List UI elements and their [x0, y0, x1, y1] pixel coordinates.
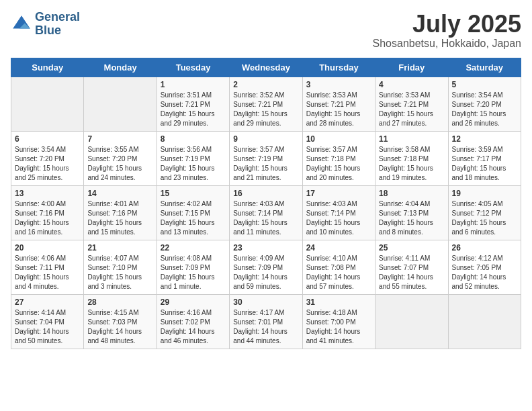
logo: General Blue	[11, 11, 80, 38]
daylight-text: Daylight: 14 hours and 52 minutes.	[452, 273, 517, 291]
calendar-cell: 20Sunrise: 4:06 AMSunset: 7:11 PMDayligh…	[11, 240, 84, 294]
calendar-cell: 23Sunrise: 4:09 AMSunset: 7:09 PMDayligh…	[230, 240, 302, 294]
cell-content: Sunrise: 4:07 AMSunset: 7:10 PMDaylight:…	[87, 254, 152, 291]
daylight-text: Daylight: 15 hours and 19 minutes.	[379, 164, 444, 183]
calendar-body: 1Sunrise: 3:51 AMSunset: 7:21 PMDaylight…	[11, 77, 521, 349]
cell-content: Sunrise: 4:14 AMSunset: 7:04 PMDaylight:…	[15, 308, 80, 346]
weekday-header-monday: Monday	[84, 58, 157, 77]
sunrise-text: Sunrise: 3:53 AM	[379, 91, 444, 100]
cell-content: Sunrise: 3:59 AMSunset: 7:17 PMDaylight:…	[452, 145, 517, 183]
day-number: 17	[306, 189, 371, 198]
cell-content: Sunrise: 4:06 AMSunset: 7:11 PMDaylight:…	[15, 254, 80, 291]
daylight-text: Daylight: 15 hours and 23 minutes.	[161, 164, 226, 183]
sunset-text: Sunset: 7:21 PM	[379, 100, 444, 109]
calendar-cell: 16Sunrise: 4:03 AMSunset: 7:14 PMDayligh…	[230, 185, 302, 240]
calendar-header: SundayMondayTuesdayWednesdayThursdayFrid…	[11, 58, 521, 77]
daylight-text: Daylight: 14 hours and 46 minutes.	[161, 327, 226, 346]
calendar-cell: 11Sunrise: 3:58 AMSunset: 7:18 PMDayligh…	[375, 131, 448, 185]
day-number: 10	[306, 134, 371, 144]
sunrise-text: Sunrise: 4:12 AM	[452, 254, 517, 263]
calendar-table: SundayMondayTuesdayWednesdayThursdayFrid…	[11, 58, 521, 349]
calendar-cell: 29Sunrise: 4:16 AMSunset: 7:02 PMDayligh…	[157, 294, 229, 349]
daylight-text: Daylight: 15 hours and 27 minutes.	[379, 109, 444, 128]
calendar-cell	[11, 77, 84, 131]
daylight-text: Daylight: 14 hours and 50 minutes.	[15, 327, 80, 346]
cell-content: Sunrise: 4:08 AMSunset: 7:09 PMDaylight:…	[161, 254, 226, 291]
cell-content: Sunrise: 3:54 AMSunset: 7:20 PMDaylight:…	[452, 91, 517, 128]
sunset-text: Sunset: 7:12 PM	[452, 209, 517, 218]
sunset-text: Sunset: 7:17 PM	[452, 154, 517, 164]
daylight-text: Daylight: 15 hours and 20 minutes.	[306, 164, 371, 183]
daylight-text: Daylight: 14 hours and 44 minutes.	[233, 327, 298, 346]
sunrise-text: Sunrise: 3:57 AM	[233, 145, 298, 154]
sunrise-text: Sunrise: 4:11 AM	[379, 254, 444, 263]
sunset-text: Sunset: 7:21 PM	[161, 100, 226, 109]
day-number: 5	[452, 80, 517, 89]
cell-content: Sunrise: 3:55 AMSunset: 7:20 PMDaylight:…	[87, 145, 152, 183]
title-block: July 2025 Shosanbetsu, Hokkaido, Japan	[373, 11, 521, 50]
sunset-text: Sunset: 7:20 PM	[452, 100, 517, 109]
daylight-text: Daylight: 15 hours and 8 minutes.	[379, 218, 444, 237]
week-row: 1Sunrise: 3:51 AMSunset: 7:21 PMDaylight…	[11, 77, 521, 131]
daylight-text: Daylight: 15 hours and 15 minutes.	[87, 218, 152, 237]
sunset-text: Sunset: 7:14 PM	[306, 209, 371, 218]
sunset-text: Sunset: 7:10 PM	[87, 263, 152, 273]
sunrise-text: Sunrise: 4:17 AM	[233, 308, 298, 318]
week-row: 20Sunrise: 4:06 AMSunset: 7:11 PMDayligh…	[11, 240, 521, 294]
sunrise-text: Sunrise: 4:06 AM	[15, 254, 80, 263]
sunset-text: Sunset: 7:16 PM	[87, 209, 152, 218]
calendar-cell: 1Sunrise: 3:51 AMSunset: 7:21 PMDaylight…	[157, 77, 229, 131]
sunrise-text: Sunrise: 3:55 AM	[87, 145, 152, 154]
daylight-text: Daylight: 15 hours and 29 minutes.	[161, 109, 226, 128]
sunset-text: Sunset: 7:07 PM	[379, 263, 444, 273]
calendar-cell: 28Sunrise: 4:15 AMSunset: 7:03 PMDayligh…	[84, 294, 157, 349]
day-number: 21	[87, 243, 152, 253]
day-number: 16	[233, 189, 298, 198]
day-number: 20	[15, 243, 80, 253]
day-number: 9	[233, 134, 298, 144]
day-number: 11	[379, 134, 444, 144]
sunset-text: Sunset: 7:18 PM	[379, 154, 444, 164]
sunrise-text: Sunrise: 3:51 AM	[161, 91, 226, 100]
sunrise-text: Sunrise: 4:16 AM	[161, 308, 226, 318]
calendar-subtitle: Shosanbetsu, Hokkaido, Japan	[373, 38, 521, 50]
daylight-text: Daylight: 15 hours and 29 minutes.	[233, 109, 298, 128]
logo-icon	[11, 13, 32, 35]
calendar-cell: 7Sunrise: 3:55 AMSunset: 7:20 PMDaylight…	[84, 131, 157, 185]
sunrise-text: Sunrise: 3:52 AM	[233, 91, 298, 100]
day-number: 29	[161, 298, 226, 307]
sunrise-text: Sunrise: 4:18 AM	[306, 308, 371, 318]
cell-content: Sunrise: 3:57 AMSunset: 7:19 PMDaylight:…	[233, 145, 298, 183]
daylight-text: Daylight: 15 hours and 28 minutes.	[306, 109, 371, 128]
calendar-cell: 26Sunrise: 4:12 AMSunset: 7:05 PMDayligh…	[448, 240, 521, 294]
cell-content: Sunrise: 4:04 AMSunset: 7:13 PMDaylight:…	[379, 199, 444, 237]
cell-content: Sunrise: 4:11 AMSunset: 7:07 PMDaylight:…	[379, 254, 444, 291]
day-number: 2	[233, 80, 298, 89]
day-number: 18	[379, 189, 444, 198]
daylight-text: Daylight: 15 hours and 16 minutes.	[15, 218, 80, 237]
calendar-cell: 25Sunrise: 4:11 AMSunset: 7:07 PMDayligh…	[375, 240, 448, 294]
calendar-cell: 30Sunrise: 4:17 AMSunset: 7:01 PMDayligh…	[230, 294, 302, 349]
day-number: 3	[306, 80, 371, 89]
calendar-cell: 19Sunrise: 4:05 AMSunset: 7:12 PMDayligh…	[448, 185, 521, 240]
cell-content: Sunrise: 3:54 AMSunset: 7:20 PMDaylight:…	[15, 145, 80, 183]
daylight-text: Daylight: 15 hours and 4 minutes.	[15, 273, 80, 291]
calendar-cell: 2Sunrise: 3:52 AMSunset: 7:21 PMDaylight…	[230, 77, 302, 131]
cell-content: Sunrise: 4:15 AMSunset: 7:03 PMDaylight:…	[87, 308, 152, 346]
sunrise-text: Sunrise: 3:58 AM	[379, 145, 444, 154]
daylight-text: Daylight: 14 hours and 55 minutes.	[379, 273, 444, 291]
calendar-cell	[84, 77, 157, 131]
sunrise-text: Sunrise: 4:14 AM	[15, 308, 80, 318]
daylight-text: Daylight: 15 hours and 11 minutes.	[233, 218, 298, 237]
sunset-text: Sunset: 7:13 PM	[379, 209, 444, 218]
sunset-text: Sunset: 7:14 PM	[233, 209, 298, 218]
calendar-cell: 14Sunrise: 4:01 AMSunset: 7:16 PMDayligh…	[84, 185, 157, 240]
weekday-header-saturday: Saturday	[448, 58, 521, 77]
cell-content: Sunrise: 4:09 AMSunset: 7:09 PMDaylight:…	[233, 254, 298, 291]
calendar-cell: 24Sunrise: 4:10 AMSunset: 7:08 PMDayligh…	[302, 240, 375, 294]
cell-content: Sunrise: 3:53 AMSunset: 7:21 PMDaylight:…	[379, 91, 444, 128]
cell-content: Sunrise: 4:02 AMSunset: 7:15 PMDaylight:…	[161, 199, 226, 237]
sunrise-text: Sunrise: 3:59 AM	[452, 145, 517, 154]
cell-content: Sunrise: 4:03 AMSunset: 7:14 PMDaylight:…	[233, 199, 298, 237]
daylight-text: Daylight: 14 hours and 59 minutes.	[233, 273, 298, 291]
